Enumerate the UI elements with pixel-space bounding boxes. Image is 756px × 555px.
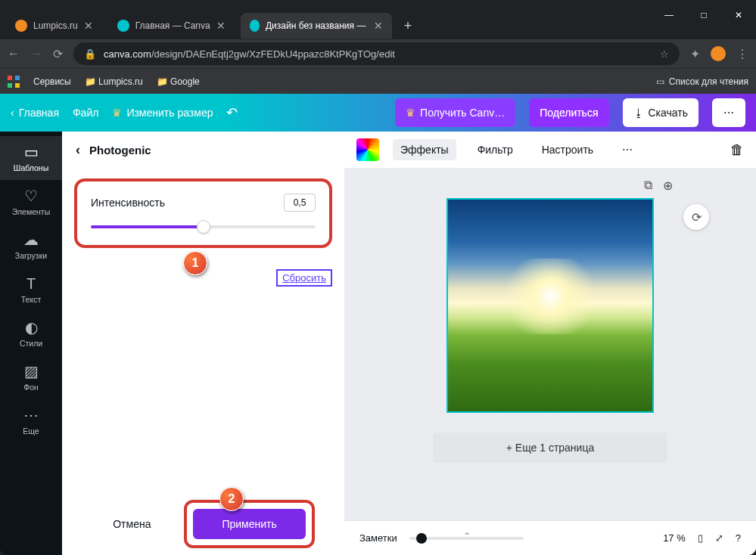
notes-button[interactable]: Заметки: [359, 532, 397, 544]
annotation-badge-2: 2: [219, 487, 244, 511]
close-tab-icon[interactable]: ✕: [374, 20, 383, 32]
filter-button[interactable]: Фильтр: [470, 139, 521, 160]
browser-toolbar: ← → ⟳ 🔒 canva.com/design/DAEnEqtj2gw/XzF…: [0, 39, 756, 68]
slider-thumb[interactable]: [197, 220, 210, 234]
url-text: canva.com/design/DAEnEqtj2gw/XzFEDkU4ppa…: [104, 48, 395, 60]
slider-row: Интенсивность 0,5: [91, 194, 316, 212]
forward-icon[interactable]: →: [30, 47, 42, 60]
window-titlebar: [0, 0, 756, 12]
artboard-image[interactable]: [448, 200, 652, 411]
more-icon: ⋯: [23, 407, 39, 423]
panel-title: Photogenic: [89, 144, 151, 157]
help-icon[interactable]: ?: [736, 532, 741, 544]
minimize-button[interactable]: —: [652, 4, 686, 26]
star-icon[interactable]: ☆: [660, 48, 669, 60]
reload-icon[interactable]: ⟳: [53, 47, 63, 61]
context-more-icon[interactable]: ⋯: [614, 139, 640, 160]
menu-icon[interactable]: ⋮: [736, 47, 748, 61]
rail-styles[interactable]: ◐Стили: [0, 312, 62, 355]
panel-header: ‹ Photogenic: [62, 132, 344, 168]
canvas-area[interactable]: ⧉ ⊕ ⟳ + Еще 1 страница: [344, 168, 756, 520]
app-header: ‹ Главная Файл ♛ Изменить размер ↶ ♛ Пол…: [0, 94, 756, 132]
cancel-button[interactable]: Отмена: [92, 509, 172, 539]
add-page-button[interactable]: + Еще 1 страница: [433, 433, 667, 463]
panel-footer: 2 Отмена Применить: [62, 493, 344, 555]
zoom-value: 17 %: [663, 532, 686, 544]
slider-label: Интенсивность: [91, 197, 165, 209]
effects-button[interactable]: Эффекты: [393, 139, 456, 160]
slider-value-input[interactable]: 0,5: [284, 194, 316, 212]
apps-icon[interactable]: [8, 76, 20, 88]
profile-avatar[interactable]: [711, 46, 726, 61]
slider-fill: [91, 225, 204, 228]
favicon-icon: [117, 20, 129, 32]
rail-background[interactable]: ▨Фон: [0, 355, 62, 399]
reading-list[interactable]: ▭ Список для чтения: [656, 76, 748, 87]
elements-icon: ♡: [24, 188, 38, 204]
trash-icon[interactable]: 🗑: [730, 142, 744, 158]
bookmark-services[interactable]: Сервисы: [33, 76, 71, 87]
undo-icon[interactable]: ↶: [226, 104, 238, 121]
styles-icon: ◐: [25, 319, 38, 336]
rail-templates[interactable]: ▭Шаблоны: [0, 136, 62, 180]
back-icon[interactable]: ←: [8, 47, 20, 60]
panel-body: Интенсивность 0,5 1 Сбросить: [62, 168, 344, 493]
sidebar-rail: ▭Шаблоны ♡Элементы ☁Загрузки TТекст ◐Сти…: [0, 132, 62, 555]
close-tab-icon[interactable]: ✕: [84, 20, 93, 32]
download-button[interactable]: ⭳ Скачать: [623, 98, 699, 127]
bookmarks-bar: Сервисы 📁 Lumpics.ru 📁 Google ▭ Список д…: [0, 68, 756, 94]
fullscreen-icon[interactable]: ⤢: [715, 532, 723, 544]
add-page-icon[interactable]: ⊕: [663, 178, 673, 193]
zoom-slider[interactable]: ⌃: [409, 537, 524, 540]
extension-icon[interactable]: ✦: [690, 47, 700, 61]
duplicate-page-icon[interactable]: ⧉: [644, 178, 652, 193]
bookmark-item[interactable]: 📁 Lumpics.ru: [85, 76, 143, 87]
browser-tab[interactable]: Главная — Canva ✕: [108, 13, 235, 39]
text-icon: T: [26, 275, 36, 292]
context-toolbar: Эффекты Фильтр Настроить ⋯ 🗑: [344, 132, 756, 168]
intensity-callout: Интенсивность 0,5: [74, 178, 332, 248]
tab-strip: Lumpics.ru ✕ Главная — Canva ✕ Дизайн бе…: [0, 12, 756, 39]
sun-glow: [497, 259, 603, 334]
page-actions: ⧉ ⊕: [644, 178, 673, 193]
templates-icon: ▭: [24, 144, 39, 160]
rotate-handle[interactable]: ⟳: [683, 204, 709, 230]
window-controls: — □ ✕: [652, 4, 756, 26]
zoom-thumb[interactable]: [416, 533, 427, 544]
bookmark-item[interactable]: 📁 Google: [157, 76, 200, 87]
apply-button[interactable]: Применить: [193, 509, 305, 539]
tab-title: Lumpics.ru: [33, 20, 78, 31]
rail-text[interactable]: TТекст: [0, 268, 62, 312]
close-tab-icon[interactable]: ✕: [216, 20, 226, 32]
file-menu[interactable]: Файл: [73, 107, 98, 119]
resize-menu[interactable]: ♛ Изменить размер: [112, 107, 213, 119]
tab-title: Главная — Canva: [135, 20, 210, 31]
color-swatch[interactable]: [356, 138, 379, 161]
get-canva-button[interactable]: ♛ Получить Canv…: [395, 98, 515, 127]
app-root: ‹ Главная Файл ♛ Изменить размер ↶ ♛ Пол…: [0, 94, 756, 555]
close-window-button[interactable]: ✕: [721, 4, 756, 26]
annotation-badge-1: 1: [183, 251, 207, 275]
panel-back-icon[interactable]: ‹: [76, 142, 80, 158]
intensity-slider[interactable]: [91, 225, 316, 228]
more-button[interactable]: ⋯: [712, 98, 745, 127]
tab-title: Дизайн без названия — 1481: [266, 20, 368, 31]
canvas-column: Эффекты Фильтр Настроить ⋯ 🗑 ⧉ ⊕ ⟳ + Еще…: [344, 132, 756, 555]
uploads-icon: ☁: [23, 231, 39, 248]
rail-elements[interactable]: ♡Элементы: [0, 180, 62, 224]
maximize-button[interactable]: □: [686, 4, 721, 26]
share-button[interactable]: Поделиться: [529, 98, 608, 127]
footer-handle-icon[interactable]: ⌃: [463, 531, 471, 541]
url-bar[interactable]: 🔒 canva.com/design/DAEnEqtj2gw/XzFEDkU4p…: [73, 42, 680, 65]
home-link[interactable]: ‹ Главная: [11, 107, 59, 119]
background-icon: ▨: [24, 363, 39, 380]
adjust-button[interactable]: Настроить: [534, 139, 601, 160]
rail-uploads[interactable]: ☁Загрузки: [0, 224, 62, 268]
browser-tab[interactable]: Дизайн без названия — 1481 ✕: [241, 13, 392, 39]
new-tab-button[interactable]: +: [398, 18, 418, 34]
browser-tab[interactable]: Lumpics.ru ✕: [6, 13, 102, 39]
left-panel: ‹ Photogenic Интенсивность 0,5 1 Сбросит…: [62, 132, 344, 555]
rail-more[interactable]: ⋯Еще: [0, 399, 62, 443]
reset-link[interactable]: Сбросить: [276, 269, 332, 287]
pages-icon[interactable]: ▯: [698, 532, 703, 544]
